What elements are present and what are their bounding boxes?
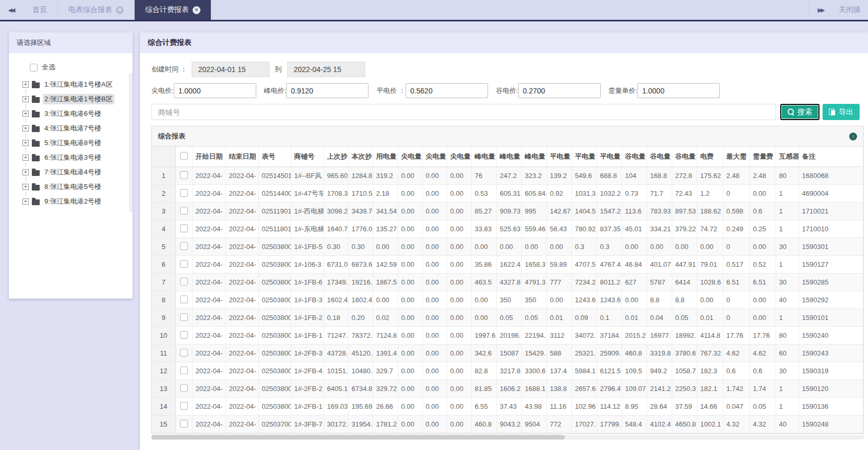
tab-close-icon[interactable]: ✕ <box>116 6 124 14</box>
horizontal-scrollbar[interactable] <box>151 435 864 440</box>
row-checkbox[interactable] <box>180 189 188 197</box>
tree-node[interactable]: +1:张江集电港1号楼A区 <box>22 79 129 90</box>
row-checkbox[interactable] <box>180 295 188 303</box>
row-checkbox[interactable] <box>180 384 188 392</box>
column-header[interactable]: 用电量 <box>373 147 398 167</box>
column-header[interactable]: 本次抄 <box>348 147 373 167</box>
expand-icon[interactable]: + <box>22 184 29 190</box>
column-header[interactable]: 上次抄 <box>324 147 348 167</box>
column-header[interactable]: 平电量 <box>597 147 622 167</box>
row-checkbox[interactable] <box>180 420 188 428</box>
tree-node-label[interactable]: 3:张江集电港6号楼 <box>43 109 103 119</box>
table-cell: 1 <box>776 185 799 203</box>
expand-icon[interactable]: + <box>22 169 29 175</box>
row-checkbox[interactable] <box>180 331 188 339</box>
row-index: 4 <box>152 220 175 238</box>
row-checkbox[interactable] <box>180 242 188 250</box>
tree-node[interactable]: +9:张江集电港2号楼 <box>22 196 129 207</box>
tree-node[interactable]: +3:张江集电港6号楼 <box>22 109 129 119</box>
scrollbar-thumb[interactable] <box>151 435 565 440</box>
tree-node[interactable]: +7:张江集电港4号楼 <box>22 167 129 177</box>
price-input[interactable] <box>518 83 601 98</box>
row-checkbox[interactable] <box>180 366 188 374</box>
column-header[interactable]: 需量费 <box>750 147 776 167</box>
row-checkbox[interactable] <box>180 260 188 268</box>
expand-icon[interactable]: + <box>22 140 29 146</box>
row-checkbox[interactable] <box>180 402 188 410</box>
expand-icon[interactable]: + <box>22 198 29 205</box>
date-from-input[interactable] <box>192 62 270 77</box>
table-cell: 0.00 <box>422 398 447 416</box>
table-cell: 4791.3 <box>521 274 546 291</box>
row-checkbox[interactable] <box>180 224 188 232</box>
column-header[interactable]: 平电量 <box>546 147 572 167</box>
close-operations-menu[interactable]: 关闭操 <box>831 0 868 20</box>
select-all-checkbox[interactable] <box>30 64 38 72</box>
tree-node[interactable]: +2:张江集电港1号楼B区 <box>22 94 129 104</box>
column-header[interactable]: 平电量 <box>572 147 597 167</box>
tree-node[interactable]: +4:张江集电港7号楼 <box>22 123 129 134</box>
expand-icon[interactable]: + <box>22 125 29 132</box>
column-header[interactable]: 尖电量 <box>422 147 447 167</box>
column-header[interactable]: 峰电量 <box>471 147 496 167</box>
table-cell: 0.30 <box>348 238 373 256</box>
tree-node[interactable]: +5:张江集电港8号楼 <box>22 138 129 148</box>
tree-node-label[interactable]: 8:张江集电港5号楼 <box>43 182 103 192</box>
column-header[interactable]: 谷电量 <box>672 147 697 167</box>
column-header[interactable]: 峰电量 <box>496 147 521 167</box>
expand-icon[interactable]: + <box>22 81 29 88</box>
price-input[interactable] <box>406 83 488 98</box>
column-header[interactable]: 备注 <box>799 147 863 167</box>
column-header[interactable]: 表号 <box>258 147 291 167</box>
tree-node-label[interactable]: 7:张江集电港4号楼 <box>43 167 103 177</box>
folder-icon <box>32 170 40 176</box>
expand-icon[interactable]: + <box>22 111 29 117</box>
expand-icon[interactable]: + <box>22 155 29 161</box>
info-icon[interactable]: ↑ <box>849 133 857 140</box>
column-header[interactable]: 最大需 <box>723 147 750 167</box>
table-cell: 1 <box>776 203 799 220</box>
expand-icon[interactable]: + <box>22 96 29 102</box>
tree-node[interactable]: +8:张江集电港5号楼 <box>22 182 129 192</box>
column-header[interactable]: 尖电量 <box>398 147 422 167</box>
tree-node-label[interactable]: 2:张江集电港1号楼B区 <box>43 94 114 104</box>
tree-node[interactable]: +6:张江集电港3号楼 <box>22 152 129 163</box>
column-header[interactable]: 电费 <box>697 147 723 167</box>
column-header[interactable]: 峰电量 <box>521 147 546 167</box>
tree-node-label[interactable]: 4:张江集电港7号楼 <box>43 123 103 134</box>
tree-node-label[interactable]: 6:张江集电港3号楼 <box>43 152 103 163</box>
folder-icon <box>32 141 40 147</box>
tree-node-label[interactable]: 9:张江集电港2号楼 <box>43 196 103 207</box>
search-button[interactable]: 搜索 <box>780 104 819 120</box>
tree-node-label[interactable]: 1:张江集电港1号楼A区 <box>43 79 114 90</box>
row-checkbox[interactable] <box>180 278 188 286</box>
date-to-input[interactable] <box>287 62 365 77</box>
scroll-tabs-right-icon[interactable]: ▶▶ <box>810 0 831 20</box>
column-header[interactable]: 开始日期 <box>192 147 225 167</box>
sidebar-scrollbar[interactable] <box>129 73 133 212</box>
price-input[interactable] <box>174 83 256 98</box>
tab-首页[interactable]: 首页 <box>22 0 58 20</box>
price-input[interactable] <box>637 83 720 98</box>
row-checkbox[interactable] <box>180 313 188 321</box>
column-header[interactable]: 互感器 <box>776 147 799 167</box>
tab-电表综合报表[interactable]: 电表综合报表✕ <box>58 0 135 20</box>
column-header[interactable]: 谷电量 <box>622 147 647 167</box>
select-all-row[interactable]: 全选 <box>30 63 129 72</box>
export-button[interactable]: 导出 <box>823 104 860 120</box>
row-checkbox[interactable] <box>180 171 188 179</box>
shop-number-input[interactable] <box>151 104 776 120</box>
column-header[interactable]: 谷电量 <box>647 147 672 167</box>
price-input[interactable] <box>286 83 368 98</box>
select-all-rows-checkbox[interactable] <box>180 152 188 160</box>
column-header[interactable]: 结束日期 <box>225 147 258 167</box>
row-checkbox[interactable] <box>180 349 188 357</box>
tab-close-icon[interactable]: ✕ <box>193 6 200 14</box>
scroll-tabs-left-icon[interactable]: ◀◀ <box>0 0 22 20</box>
tree-node-label[interactable]: 5:张江集电港8号楼 <box>43 138 103 148</box>
table-cell: 17027. <box>572 416 597 433</box>
tab-综合计费报表[interactable]: 综合计费报表✕ <box>135 0 211 20</box>
column-header[interactable]: 尖电量 <box>447 147 471 167</box>
row-checkbox[interactable] <box>180 207 188 215</box>
column-header[interactable]: 商铺号 <box>291 147 324 167</box>
